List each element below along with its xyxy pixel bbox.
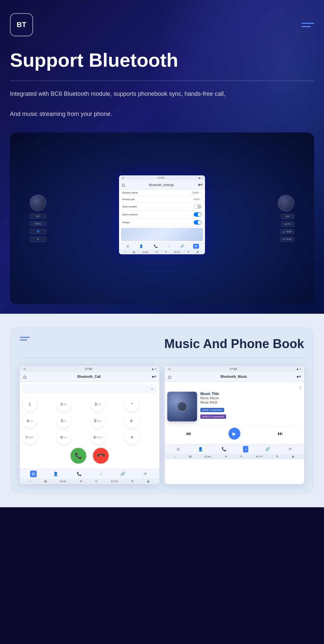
right-knob[interactable]	[278, 195, 294, 211]
dial-2[interactable]: 2ABC	[57, 397, 71, 411]
dial-0[interactable]: 0+	[125, 413, 139, 428]
dial-1[interactable]: 1	[22, 397, 37, 411]
music-tab-phone[interactable]: 📞	[220, 446, 228, 452]
temp-down-button[interactable]: ▼ TEMP	[280, 237, 294, 242]
dial-4[interactable]: 4GHI	[22, 413, 37, 428]
auto-answer-toggle[interactable]	[194, 204, 202, 209]
dial-7[interactable]: 7PQRS	[22, 430, 37, 445]
dial-3[interactable]: 3DEF	[91, 397, 105, 411]
temp-up-button[interactable]: ▲ TEMP	[280, 229, 294, 234]
tab-eye-icon[interactable]: 👁	[193, 244, 199, 249]
call-tab-eye[interactable]: 👁	[142, 471, 149, 477]
music-footer-vol[interactable]: 🔊	[292, 455, 295, 458]
music-home-icon[interactable]: ⌂	[168, 374, 171, 380]
music-next-button[interactable]: ⏭	[278, 431, 283, 437]
tab-link-icon[interactable]: 🔗	[179, 244, 185, 249]
music-album: Music Album	[200, 396, 302, 400]
tablet-footer-auto: AUTO	[174, 251, 180, 253]
tablet-nav-back[interactable]: ↩	[198, 182, 202, 188]
auto-connect-row[interactable]: Auto connect	[119, 211, 205, 219]
auto-connect-toggle[interactable]	[194, 212, 202, 217]
tab-music-icon[interactable]: ♪	[167, 244, 171, 249]
tablet-footer-home[interactable]: ⌂	[125, 251, 126, 253]
music-prev-button[interactable]: ⏮	[186, 431, 191, 437]
ac-button[interactable]: A/C	[30, 214, 46, 219]
call-tab-user[interactable]: 👤	[52, 471, 60, 477]
menu-icon-line1	[302, 23, 314, 24]
snowflake-button[interactable]: ❄	[30, 237, 46, 242]
call-footer-home[interactable]: ⌂	[29, 480, 31, 483]
auto-button[interactable]: AUTO	[281, 222, 294, 227]
call-footer-arrows[interactable]: ⇅	[131, 480, 134, 483]
menu-button[interactable]	[302, 23, 314, 27]
call-nav-title: Bluetooth_Call	[77, 375, 101, 378]
album-art-disc	[177, 402, 187, 411]
tablet-footer-ac[interactable]: ❄	[156, 251, 158, 253]
music-play-button[interactable]: ▶	[228, 428, 240, 440]
auto-answer-row[interactable]: Auto answer	[119, 203, 205, 211]
off-button[interactable]: OFF	[281, 214, 294, 219]
fan-button[interactable]: 🌀	[30, 229, 46, 234]
device-pin-row[interactable]: Device pin 0000 ›	[119, 196, 205, 203]
call-footer-ac[interactable]: ❄	[80, 480, 82, 483]
music-footer-loop[interactable]: ⟳	[240, 455, 242, 458]
tab-phone-icon[interactable]: 📞	[152, 244, 159, 249]
call-home-icon[interactable]: ⌂	[23, 374, 26, 380]
tablet-home-icon[interactable]: ⌂	[122, 182, 125, 188]
dial-star[interactable]: *	[125, 397, 139, 411]
music-footer-arrows[interactable]: ⇅	[276, 455, 278, 458]
music-tab-eye[interactable]: 👁	[287, 446, 294, 452]
device-name-row[interactable]: Device name CarBT ›	[119, 190, 205, 196]
music-tab-music[interactable]: ♪	[243, 446, 248, 452]
tablet-status-icons: ▲ ▪	[198, 176, 202, 179]
power-toggle[interactable]	[194, 220, 202, 225]
auto-answer-label: Auto answer	[122, 205, 137, 208]
music-tab-link[interactable]: 🔗	[263, 446, 272, 452]
left-knob[interactable]	[30, 195, 46, 211]
tab-grid-icon[interactable]: ⊞	[125, 244, 130, 249]
call-tab-link[interactable]: 🔗	[119, 471, 127, 477]
call-footer-power[interactable]: ⏻	[44, 480, 47, 483]
music-footer-power[interactable]: ⏻	[189, 455, 191, 458]
tab-user-icon[interactable]: 👤	[138, 244, 144, 249]
call-red-button[interactable]: 📞	[90, 445, 112, 467]
tablet-nav-title: Bluetooth_Settings	[149, 183, 174, 187]
power-row[interactable]: Power	[119, 219, 205, 227]
dial-hash[interactable]: #	[125, 430, 139, 445]
chevron-right-icon2: ›	[201, 198, 202, 201]
music-tab-user[interactable]: 👤	[196, 446, 205, 452]
tablet-back-icon[interactable]: ◁	[122, 176, 124, 179]
dial-6[interactable]: 6MNO	[91, 413, 105, 428]
tablet-footer-loop[interactable]: ⟳	[165, 251, 167, 253]
call-tab-grid[interactable]: ⊞	[30, 471, 37, 477]
music-footer-home[interactable]: ⌂	[174, 455, 176, 458]
menu-car-button[interactable]: MENU	[30, 221, 46, 226]
section2-card: Music And Phone Book ◁ 17:53 ▲ ▪ ⌂ Bluet…	[10, 327, 314, 494]
dial-8[interactable]: 8TUV	[57, 430, 71, 445]
call-tab-phone[interactable]: 📞	[75, 471, 83, 477]
dial-9[interactable]: 9WXYZ	[91, 430, 105, 445]
tablet-footer-vol[interactable]: 🔊	[196, 251, 199, 253]
tablet-footer-arrows[interactable]: ⇅	[187, 251, 189, 253]
call-back-nav[interactable]: ↩	[152, 374, 156, 380]
call-footer-loop[interactable]: ⟳	[95, 480, 98, 483]
music-footer-ac[interactable]: ❄	[225, 455, 227, 458]
music-footer: ⌂ ⏻ DUAL ❄ ⟳ AUTO ⇅ 🔊	[165, 454, 304, 459]
section2-menu-icon[interactable]	[20, 337, 30, 340]
music-back-icon[interactable]: ◁	[168, 367, 170, 371]
call-time: 17:53	[85, 367, 92, 371]
call-input-area[interactable]: ✕	[22, 384, 157, 394]
dial-5[interactable]: 5JKL	[57, 413, 71, 428]
call-green-button[interactable]: 📞	[70, 448, 86, 464]
car-left-controls: A/C MENU 🌀 ❄	[30, 195, 46, 242]
device-name-value: CarBT ›	[192, 191, 202, 194]
car-dashboard-area: A/C MENU 🌀 ❄ ◁ 17:53 ▲ ▪ ⌂ Bluetooth_Set…	[10, 132, 314, 304]
call-footer-vol[interactable]: 🔊	[147, 480, 150, 483]
call-back-icon[interactable]: ◁	[23, 367, 25, 371]
call-tab-music[interactable]: ♪	[98, 471, 103, 477]
call-clear-icon[interactable]: ✕	[151, 387, 153, 391]
call-action-buttons: 📞 📞	[22, 448, 157, 464]
tablet-footer-power[interactable]: ⏻	[133, 251, 135, 253]
music-back-nav[interactable]: ↩	[297, 374, 301, 380]
music-tab-grid[interactable]: ⊞	[175, 446, 182, 452]
